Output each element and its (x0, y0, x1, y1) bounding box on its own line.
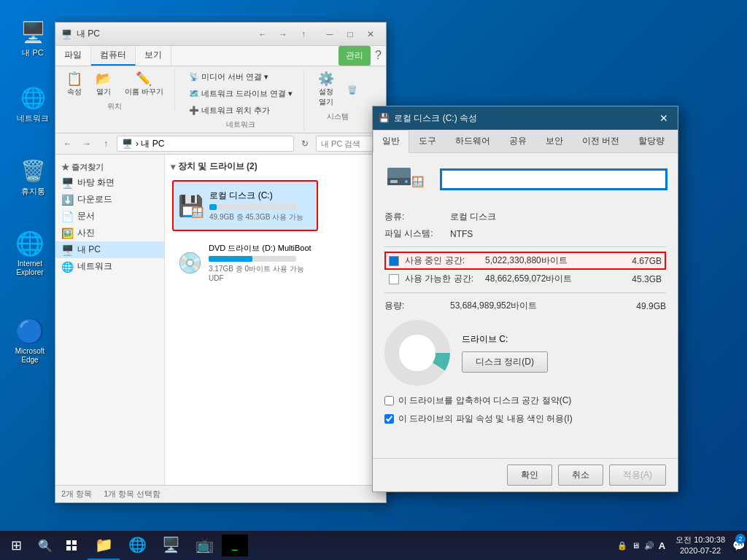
titlebar-back-btn[interactable]: ← (253, 26, 272, 42)
drive-d-usage: 3.17GB 중 0바이트 사용 가능UDF (209, 264, 311, 282)
properties-icon: 📋 (66, 72, 82, 85)
notification-badge: 2 (735, 534, 746, 544)
prop-filesystem-value: NTFS (450, 229, 666, 239)
desktop-icon-edge[interactable]: 🔵 MicrosoftEdge (4, 314, 55, 368)
taskbar-search-btn[interactable]: 🔍 (32, 531, 58, 560)
ribbon-btn-settings[interactable]: ⚙️ 설정열기 (313, 69, 339, 110)
ribbon-content: 📋 속성 📂 열기 ✏️ 이름 바꾸기 위치 (55, 66, 386, 133)
titlebar-up-btn[interactable]: ↑ (294, 26, 313, 42)
desktop-icon-mypc[interactable]: 🖥️ 내 PC (7, 15, 58, 61)
taskbar-pin-browser[interactable]: 🌐 (121, 531, 153, 560)
address-path-text: › 내 PC (136, 138, 164, 150)
taskbar-pinned: 📁 🌐 🖥️ 📺 _ (85, 531, 251, 560)
dialog-tab-share[interactable]: 공유 (500, 130, 536, 152)
checkbox-row-index: 이 드라이브의 파일 속성 및 내용 색인 허용(I) (384, 410, 666, 428)
titlebar-maximize-btn[interactable]: □ (341, 26, 360, 42)
btn-apply[interactable]: 적용(A) (609, 464, 666, 486)
taskbar-task-view-btn[interactable] (58, 531, 85, 560)
desktop-icon-network[interactable]: 🌐 네트워크 (7, 80, 58, 126)
drive-d-info: DVD 드라이브 (D:) MultiBoot 3.17GB 중 0바이트 사용… (209, 243, 311, 282)
ribbon-btn-properties-label: 속성 (67, 87, 82, 97)
sidebar-item-desktop[interactable]: 🖥️ 바탕 화면 (55, 174, 164, 191)
start-button[interactable]: ⊞ (0, 531, 32, 560)
titlebar-minimize-btn[interactable]: ─ (320, 26, 339, 42)
taskbar-pin-app1[interactable]: 📺 (188, 531, 220, 560)
systray-volume-icon: 🔊 (644, 541, 654, 551)
ribbon-btn-properties[interactable]: 📋 속성 (61, 69, 88, 100)
dialog-close-btn[interactable]: ✕ (656, 110, 672, 126)
sidebar-item-mypc[interactable]: 🖥️ 내 PC (55, 241, 164, 258)
ribbon-btn-add-location[interactable]: ➕ 네트워크 위치 추가 (184, 103, 298, 118)
dialog-tab-previous[interactable]: 이전 버전 (573, 130, 629, 152)
ribbon-tab-file[interactable]: 파일 (55, 46, 91, 66)
dialog-tab-tools[interactable]: 도구 (409, 130, 446, 152)
ribbon-group-system-items: ⚙️ 설정열기 🗑️ (313, 69, 363, 110)
svg-rect-9 (66, 546, 71, 551)
status-bar: 2개 항목 1개 항목 선택함 (55, 485, 386, 502)
ribbon-btn-rename[interactable]: ✏️ 이름 바꾸기 (120, 69, 169, 100)
drives-container: 💾 🪟 로컬 디스크 (C:) 49.9GB 중 45.3GB 사용 가능 (171, 179, 380, 289)
drive-item-d[interactable]: 💿 DVD 드라이브 (D:) MultiBoot 3.17GB 중 0바이트 … (172, 237, 318, 288)
drives-section-header: 장치 및 드라이브 (2) (171, 160, 380, 173)
prop-divider-2 (384, 292, 666, 293)
pictures-sidebar-icon: 🖼️ (61, 228, 74, 239)
edge-label: MicrosoftEdge (15, 347, 45, 365)
address-path-bar[interactable]: 🖥️ › 내 PC (117, 136, 294, 152)
sidebar: ★ 즐겨찾기 🖥️ 바탕 화면 ⬇️ 다운로드 📄 문서 🖼️ 사진 🖥️ 내 … (55, 155, 165, 485)
drive-c-label: 드라이브 C: (462, 334, 508, 344)
nav-forward-btn[interactable]: → (79, 136, 95, 152)
svg-rect-7 (66, 540, 71, 545)
ribbon-tab-view[interactable]: 보기 (136, 46, 171, 66)
notification-btn[interactable]: 💬 2 (729, 531, 747, 560)
sidebar-item-desktop-label: 바탕 화면 (77, 176, 115, 189)
systray-language[interactable]: A (659, 540, 665, 551)
drive-name-input[interactable] (441, 170, 666, 189)
checkbox-index[interactable] (384, 414, 394, 424)
sidebar-item-downloads[interactable]: ⬇️ 다운로드 (55, 191, 164, 208)
checkbox-compress[interactable] (384, 396, 394, 405)
svg-point-6 (399, 335, 436, 371)
ribbon-btn-media-server[interactable]: 📡 미디어 서버 연결 ▾ (184, 69, 298, 85)
taskbar-pin-cmd[interactable]: _ (222, 534, 248, 556)
prop-filesystem-label: 파일 시스템: (384, 228, 450, 240)
drive-item-c[interactable]: 💾 🪟 로컬 디스크 (C:) 49.9GB 중 45.3GB 사용 가능 (172, 180, 318, 231)
btn-ok[interactable]: 확인 (507, 464, 552, 486)
sidebar-item-pictures[interactable]: 🖼️ 사진 (55, 225, 164, 241)
ribbon-btn-network-drive[interactable]: 🗺️ 네트워크 드라이브 연결 ▾ (184, 86, 298, 101)
nav-up-btn[interactable]: ↑ (98, 136, 114, 152)
ribbon-manage-btn[interactable]: 관리 (338, 46, 371, 66)
sidebar-item-documents[interactable]: 📄 문서 (55, 208, 164, 225)
windows-logo-small: 🪟 (411, 176, 424, 187)
taskbar-pin-pc[interactable]: 🖥️ (155, 531, 187, 560)
titlebar-close-btn[interactable]: ✕ (361, 26, 380, 42)
dialog-tab-general[interactable]: 일반 (373, 130, 409, 153)
desktop-icon-ie[interactable]: 🌐 InternetExplorer (4, 226, 55, 280)
taskbar-pin-explorer[interactable]: 📁 (88, 531, 120, 560)
titlebar-forward-btn[interactable]: → (274, 26, 293, 42)
ribbon-group-location-label: 위치 (107, 101, 122, 112)
nav-back-btn[interactable]: ← (60, 136, 76, 152)
svg-rect-10 (72, 546, 77, 551)
taskbar-clock[interactable]: 오전 10:30:38 2020-07-22 (671, 534, 729, 557)
ribbon-btn-uninstall[interactable]: 🗑️ (342, 83, 363, 97)
ribbon-btn-open[interactable]: 📂 열기 (90, 69, 117, 100)
dialog-tab-security[interactable]: 보안 (536, 130, 573, 152)
desktop-icon-recycle[interactable]: 🗑️ 휴지통 (7, 153, 58, 199)
dialog-tab-hardware[interactable]: 하드웨어 (446, 130, 500, 152)
nav-refresh-btn[interactable]: ↻ (297, 136, 313, 152)
ribbon-help-icon[interactable]: ? (371, 46, 386, 66)
dialog-tab-quota[interactable]: 할당량 (629, 130, 674, 152)
drive-c-windows-icon: 🪟 (191, 206, 204, 218)
ribbon: 파일 컴퓨터 보기 관리 ? 📋 속성 📂 열기 (55, 46, 386, 133)
cleanup-btn[interactable]: 디스크 정리(D) (462, 351, 548, 373)
ribbon-tab-computer[interactable]: 컴퓨터 (91, 46, 136, 66)
ribbon-group-network-items: 📡 미디어 서버 연결 ▾ 🗺️ 네트워크 드라이브 연결 ▾ ➕ 네트워크 위… (184, 69, 298, 118)
explorer-titlebar: 🖥️ 내 PC ← → ↑ ─ □ ✕ (55, 23, 386, 46)
ribbon-group-location: 📋 속성 📂 열기 ✏️ 이름 바꾸기 위치 (61, 69, 175, 112)
sidebar-item-network[interactable]: 🌐 네트워크 (55, 258, 164, 275)
systray-network-icon: 🖥 (632, 541, 640, 550)
btn-cancel[interactable]: 취소 (558, 464, 603, 486)
file-list: 장치 및 드라이브 (2) 💾 🪟 로컬 디스크 (C:) 49.9GB 중 4… (165, 155, 386, 485)
drive-d-usage-fill (209, 256, 252, 262)
drive-d-name: DVD 드라이브 (D:) MultiBoot (209, 243, 311, 254)
